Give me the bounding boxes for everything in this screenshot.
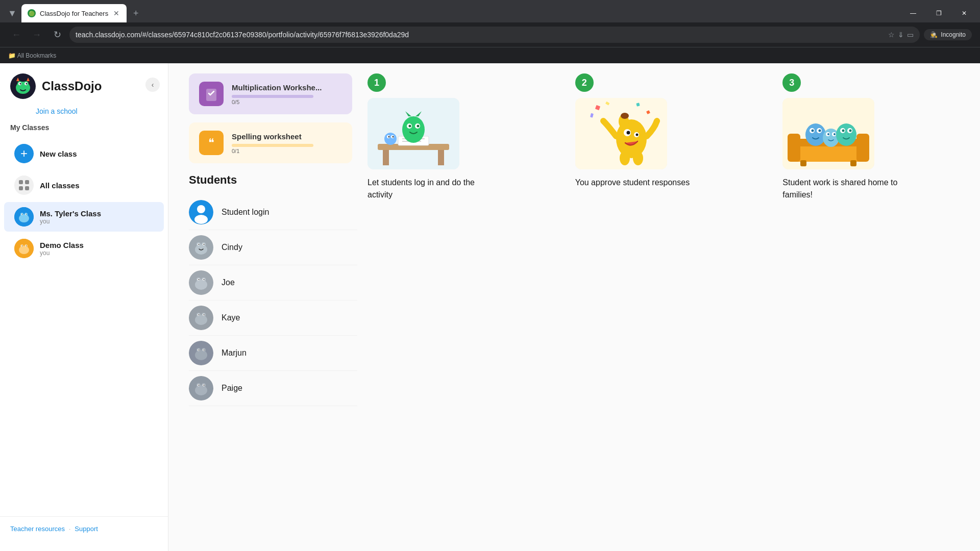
svg-rect-113 (800, 160, 806, 166)
tab-back-button[interactable]: ▼ (5, 6, 19, 20)
progress-bar-bg-2 (232, 144, 313, 147)
svg-point-106 (620, 151, 630, 165)
svg-point-23 (19, 246, 29, 254)
cindy-name: Cindy (222, 243, 242, 252)
kaye-avatar (189, 306, 213, 330)
all-classes-label: All classes (40, 181, 80, 190)
support-link[interactable]: Support (75, 525, 98, 533)
demo-class-item[interactable]: Demo Class you (4, 234, 164, 263)
extensions-icon[interactable]: ▭ (907, 31, 914, 39)
download-icon[interactable]: ⇓ (898, 31, 904, 39)
svg-point-81 (402, 116, 425, 143)
student-cindy[interactable]: Cindy (189, 230, 357, 265)
incognito-button[interactable]: 🕵 Incognito (924, 29, 972, 40)
paige-name: Paige (222, 384, 242, 393)
content-wrapper: Multiplication Workshe... 0/5 ❝ (189, 73, 960, 416)
sidebar-collapse-button[interactable]: ‹ (145, 78, 160, 92)
step-3-image (782, 98, 874, 169)
svg-point-43 (195, 280, 207, 290)
back-button[interactable]: ← (8, 27, 24, 43)
svg-point-35 (195, 244, 207, 255)
student-login-item[interactable]: Student login (189, 195, 357, 230)
toolbar-right: 🕵 Incognito (924, 29, 972, 40)
progress-text-1: 0/5 (232, 99, 342, 105)
step-2-col: 2 (575, 73, 752, 416)
svg-point-64 (199, 349, 200, 350)
logo-text: ClassDojo (42, 79, 102, 93)
new-tab-button[interactable]: + (129, 6, 143, 20)
minimize-button[interactable]: — (901, 5, 925, 21)
svg-point-125 (836, 123, 856, 146)
url-bar[interactable]: teach.classdojo.com/#/classes/65974c810c… (69, 27, 920, 43)
student-joe[interactable]: Joe (189, 265, 357, 300)
svg-point-48 (199, 279, 200, 280)
cindy-avatar (189, 235, 213, 260)
svg-point-107 (633, 151, 643, 165)
student-login-name: Student login (222, 208, 269, 217)
step-1-text: Let students log in and do the activity (368, 177, 490, 201)
joe-avatar (189, 270, 213, 295)
step-1-badge: 1 (368, 73, 386, 92)
ms-tyler-name: Ms. Tyler's Class (40, 209, 101, 218)
svg-point-56 (199, 314, 200, 315)
marjun-avatar (189, 341, 213, 365)
close-button[interactable]: ✕ (952, 5, 976, 21)
student-marjun[interactable]: Marjun (189, 336, 357, 371)
student-kaye[interactable]: Kaye (189, 300, 357, 336)
tab-title: ClassDojo for Teachers (40, 10, 108, 17)
step-1-col: 1 (368, 73, 545, 416)
demo-class-avatar (14, 239, 34, 258)
svg-point-33 (194, 215, 208, 224)
activity-title-1: Multiplication Workshe... (232, 83, 342, 92)
ms-tyler-sub: you (40, 218, 101, 225)
footer-dot: · (69, 525, 70, 533)
join-school-link[interactable]: Join a school (0, 107, 168, 123)
svg-point-7 (26, 83, 28, 85)
svg-rect-111 (856, 134, 869, 162)
new-class-item[interactable]: + New class (4, 139, 164, 168)
step-2-text: You approve student responses (575, 177, 698, 189)
svg-rect-114 (850, 160, 856, 166)
svg-point-51 (195, 315, 207, 325)
forward-button[interactable]: → (29, 27, 45, 43)
svg-point-115 (805, 123, 826, 146)
maximize-button[interactable]: ❐ (927, 5, 950, 21)
ms-tyler-text: Ms. Tyler's Class you (40, 209, 101, 225)
tab-close-button[interactable]: ✕ (112, 9, 120, 17)
joe-name: Joe (222, 278, 235, 287)
bookmarks-label: 📁 All Bookmarks (8, 52, 56, 59)
ms-tylers-class-item[interactable]: Ms. Tyler's Class you (4, 202, 164, 232)
svg-rect-76 (383, 150, 389, 165)
reload-button[interactable]: ↻ (49, 27, 65, 43)
all-classes-icon (14, 176, 34, 195)
svg-rect-13 (25, 186, 29, 190)
student-paige[interactable]: Paige (189, 371, 357, 406)
activity-card-2[interactable]: ❝ Spelling worksheet 0/1 (189, 122, 352, 163)
svg-rect-30 (206, 89, 216, 101)
svg-rect-11 (25, 180, 29, 184)
browser-chrome: ▼ 🟢 ClassDojo for Teachers ✕ + — ❐ ✕ ← →… (0, 0, 980, 63)
svg-point-88 (384, 133, 397, 145)
svg-point-15 (19, 214, 29, 222)
svg-point-67 (195, 385, 207, 395)
svg-point-92 (393, 136, 394, 138)
progress-bar-bg-1 (232, 95, 313, 98)
svg-point-123 (827, 133, 829, 135)
svg-rect-12 (19, 186, 23, 190)
tab-favicon: 🟢 (28, 9, 36, 17)
sidebar: ‹ ClassDojo Join a school My Classes + (0, 63, 168, 551)
step-2-badge: 2 (575, 73, 594, 92)
all-classes-item[interactable]: All classes (4, 170, 164, 200)
student-login-avatar (189, 200, 213, 224)
svg-point-119 (819, 130, 821, 132)
bookmarks-bar: 📁 All Bookmarks (0, 47, 980, 63)
svg-point-84 (409, 125, 411, 128)
bookmark-icon[interactable]: ☆ (888, 31, 895, 39)
active-tab[interactable]: 🟢 ClassDojo for Teachers ✕ (21, 4, 127, 22)
svg-point-65 (204, 349, 205, 350)
svg-point-6 (20, 83, 21, 85)
activity-card-1[interactable]: Multiplication Workshe... 0/5 (189, 73, 352, 114)
teacher-resources-link[interactable]: Teacher resources (10, 525, 65, 533)
svg-point-57 (204, 314, 205, 315)
students-section: Students Student login (189, 173, 357, 416)
